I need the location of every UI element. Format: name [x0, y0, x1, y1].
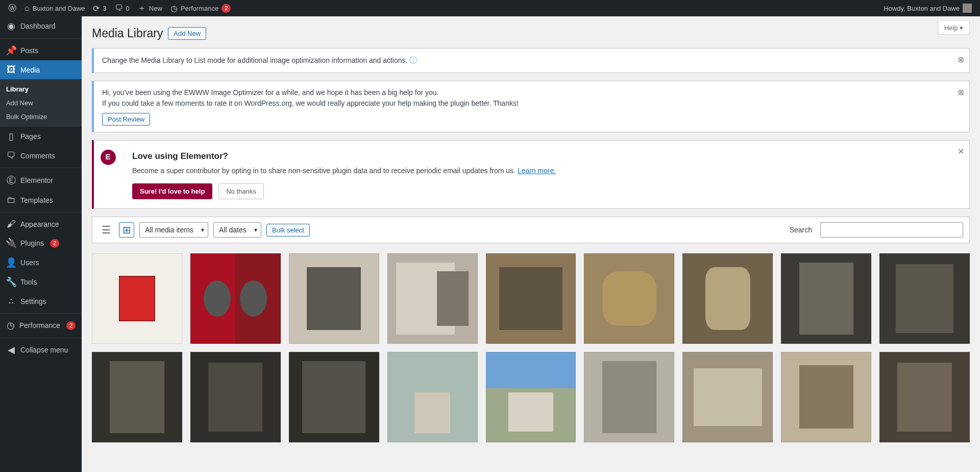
media-thumbnail[interactable] [387, 352, 478, 442]
sidebar-label: Settings [20, 297, 46, 305]
dashboard-icon: ◉ [6, 20, 16, 32]
sidebar-item-users[interactable]: 👤Users [0, 253, 82, 272]
user-account-link[interactable]: Howdy, Buxton and Dawe [879, 0, 976, 16]
help-tab[interactable]: Help ▾ [938, 21, 970, 35]
notice-text: Change the Media Library to List mode fo… [102, 56, 407, 64]
elementor-no-button[interactable]: No thanks [218, 183, 264, 199]
sidebar-item-templates[interactable]: 🗀Templates [0, 191, 82, 209]
sidebar-label: Media [20, 66, 40, 74]
sidebar-item-appearance[interactable]: 🖌Appearance [0, 215, 82, 233]
sidebar-item-elementor[interactable]: ⒺElementor [0, 170, 82, 191]
notice-line2: If you could take a few moments to rate … [102, 98, 961, 109]
grid-view-button[interactable]: ⊞ [119, 222, 134, 238]
add-new-button[interactable]: Add New [168, 27, 206, 40]
site-name-link[interactable]: ⌂Buxton and Dawe [20, 0, 89, 16]
sidebar-item-performance[interactable]: ◷Performance2 [0, 316, 82, 335]
media-thumbnail[interactable] [781, 253, 871, 344]
sidebar-label: Pages [20, 132, 41, 140]
subitem-add-new[interactable]: Add New [0, 96, 82, 110]
pin-icon: 📌 [6, 45, 16, 56]
sidebar-item-dashboard[interactable]: ◉Dashboard [0, 16, 82, 36]
home-icon: ⌂ [24, 4, 30, 13]
media-thumbnail[interactable] [92, 253, 182, 344]
search-input[interactable] [820, 222, 963, 238]
sidebar-label: Elementor [20, 176, 53, 184]
sidebar-item-settings[interactable]: ⛬Settings [0, 292, 82, 311]
wp-logo[interactable]: ⓦ [4, 0, 20, 16]
comments-link[interactable]: 🗨0 [111, 0, 134, 16]
media-thumbnail[interactable] [486, 253, 576, 344]
notice-list-mode: Change the Media Library to List mode fo… [92, 48, 970, 73]
media-thumbnail[interactable] [682, 253, 773, 344]
media-thumbnail[interactable] [781, 352, 871, 442]
media-thumbnail[interactable] [682, 352, 773, 442]
main-content: Media Library Add New Help ▾ Change the … [82, 16, 980, 472]
learn-more-link[interactable]: Learn more. [518, 167, 556, 175]
sidebar-item-tools[interactable]: 🔧Tools [0, 272, 82, 292]
dismiss-button[interactable]: ⊗ [958, 86, 964, 99]
media-thumbnail[interactable] [92, 352, 182, 442]
admin-bar-left: ⓦ ⌂Buxton and Dawe ⟳3 🗨0 ＋New ◷Performan… [4, 0, 235, 16]
post-review-button[interactable]: Post Review [102, 113, 150, 126]
performance-count-badge: 2 [66, 321, 76, 330]
bulk-select-button[interactable]: Bulk select [266, 224, 310, 237]
collapse-menu-button[interactable]: ◀Collapse menu [0, 340, 82, 360]
sidebar-label: Performance [19, 321, 60, 329]
notice-ewww: Hi, you've been using the EWWW Image Opt… [92, 81, 970, 132]
media-icon: 🖾 [6, 64, 16, 75]
media-thumbnail[interactable] [190, 253, 281, 344]
elementor-icon-col: E [94, 140, 122, 209]
media-thumbnail[interactable] [486, 352, 576, 442]
updates-link[interactable]: ⟳3 [89, 0, 110, 16]
media-toolbar: ☰ ⊞ All media items All dates Bulk selec… [92, 217, 970, 243]
sidebar-item-media[interactable]: 🖾Media [0, 60, 82, 79]
elementor-title: Love using Elementor? [132, 150, 959, 163]
media-thumbnail[interactable] [289, 352, 379, 442]
filter-media-type[interactable]: All media items [139, 222, 208, 238]
plug-icon: 🔌 [6, 238, 16, 249]
media-thumbnail[interactable] [584, 253, 674, 344]
media-grid [92, 253, 970, 442]
sidebar-item-comments[interactable]: 🗨Comments [0, 146, 82, 165]
dismiss-button[interactable]: ✕ [958, 146, 964, 158]
refresh-icon: ⟳ [93, 4, 100, 13]
sidebar-label: Dashboard [20, 22, 56, 30]
gauge-icon: ◷ [170, 4, 178, 13]
media-thumbnail[interactable] [879, 253, 970, 344]
media-thumbnail[interactable] [879, 352, 970, 442]
subitem-bulk-optimize[interactable]: Bulk Optimize [0, 110, 82, 124]
media-thumbnail[interactable] [190, 352, 281, 442]
performance-link[interactable]: ◷Performance2 [166, 0, 235, 16]
page-icon: ▯ [6, 131, 16, 142]
media-submenu: Library Add New Bulk Optimize [0, 79, 82, 127]
elementor-yes-button[interactable]: Sure! I'd love to help [132, 183, 212, 199]
info-icon[interactable]: ⓘ [409, 56, 417, 64]
sidebar-item-pages[interactable]: ▯Pages [0, 127, 82, 146]
media-thumbnail[interactable] [584, 352, 674, 442]
help-label: Help [944, 24, 958, 32]
performance-badge: 2 [222, 4, 231, 13]
page-header: Media Library Add New Help ▾ [92, 27, 970, 40]
sidebar-label: Comments [20, 152, 55, 160]
filter-date[interactable]: All dates [213, 222, 261, 238]
sidebar-label: Plugins [20, 239, 44, 247]
sidebar-item-posts[interactable]: 📌Posts [0, 41, 82, 60]
new-label: New [149, 5, 162, 12]
dismiss-button[interactable]: ⊗ [958, 54, 964, 66]
media-thumbnail[interactable] [289, 253, 379, 344]
updates-count: 3 [103, 5, 106, 12]
sidebar-label: Tools [20, 278, 37, 286]
howdy-label: Howdy, Buxton and Dawe [884, 5, 960, 12]
sliders-icon: ⛬ [6, 296, 16, 306]
sidebar-label: Templates [20, 196, 53, 204]
brush-icon: 🖌 [6, 219, 16, 229]
plus-icon: ＋ [138, 3, 146, 14]
new-content-link[interactable]: ＋New [134, 0, 166, 16]
media-thumbnail[interactable] [387, 253, 478, 344]
sidebar-item-plugins[interactable]: 🔌Plugins2 [0, 233, 82, 253]
sidebar-label: Posts [20, 46, 38, 55]
subitem-library[interactable]: Library [0, 82, 82, 96]
list-view-button[interactable]: ☰ [99, 222, 114, 238]
elementor-notice-body: Love using Elementor? Become a super con… [122, 140, 969, 209]
notice-line1: Hi, you've been using the EWWW Image Opt… [102, 87, 961, 98]
